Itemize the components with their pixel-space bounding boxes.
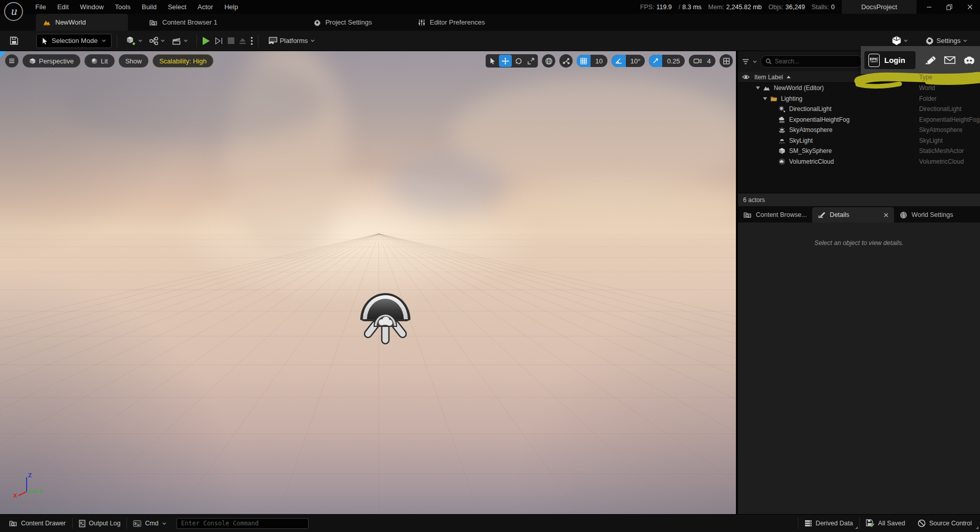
- menu-item-help[interactable]: Help: [219, 0, 244, 14]
- player-start-actor[interactable]: [357, 285, 414, 348]
- minimize-button[interactable]: [919, 0, 939, 14]
- maximize-viewport-button[interactable]: [720, 54, 733, 68]
- editor-preferences-icon: [418, 19, 425, 26]
- menu-item-tools[interactable]: Tools: [110, 0, 136, 14]
- level-icon: [43, 19, 51, 26]
- stop-button[interactable]: [228, 37, 234, 44]
- close-tab-icon[interactable]: [884, 213, 888, 217]
- search-input[interactable]: [775, 58, 852, 65]
- blueprints-dropdown[interactable]: [146, 33, 168, 49]
- source-control-button[interactable]: Source Control: [911, 515, 980, 532]
- derived-data-button[interactable]: Derived Data: [798, 515, 859, 532]
- content-browser-icon: [149, 19, 158, 26]
- menu-item-edit[interactable]: Edit: [52, 0, 74, 14]
- level-viewport[interactable]: Perspective Lit Show Scalability: High 1…: [0, 51, 736, 514]
- viewport-menu-button[interactable]: [5, 54, 18, 68]
- tab-editor-preferences[interactable]: Editor Preferences: [411, 14, 492, 31]
- transform-toolbar: 10 10° 0.25 4: [486, 54, 733, 68]
- menu-item-file[interactable]: File: [30, 0, 52, 14]
- grid-snap-toggle[interactable]: [577, 55, 591, 67]
- epic-login-button[interactable]: EPIC GAMES Login: [864, 51, 916, 69]
- actor-label: SkyAtmosphere: [789, 126, 833, 134]
- cinematics-dropdown[interactable]: [168, 33, 191, 49]
- item-label-header[interactable]: Item Label: [754, 74, 783, 81]
- outliner-row[interactable]: LightingFolder: [738, 94, 980, 104]
- save-button[interactable]: [6, 33, 22, 49]
- tab-content-browser-panel[interactable]: Content Browse...: [738, 207, 812, 223]
- menu-item-actor[interactable]: Actor: [192, 0, 219, 14]
- all-saved-button[interactable]: All Saved: [860, 515, 911, 532]
- expander-icon[interactable]: [756, 86, 760, 90]
- outliner-footer: 6 actors: [738, 193, 980, 206]
- tab-content-browser-1[interactable]: Content Browser 1: [142, 14, 225, 31]
- output-log-button[interactable]: Output Log: [73, 515, 127, 532]
- tab-details[interactable]: Details: [812, 207, 894, 223]
- play-options-kebab[interactable]: [251, 37, 253, 45]
- stat-frame-time: /8.3 ms: [679, 4, 702, 11]
- visibility-eye-icon[interactable]: [742, 74, 750, 80]
- actor-type: VolumetricCloud: [919, 158, 964, 165]
- mail-icon[interactable]: [944, 56, 955, 64]
- filter-chevron-icon[interactable]: [753, 60, 757, 63]
- tab-project-settings[interactable]: Project Settings: [307, 14, 379, 31]
- scale-snap-value[interactable]: 0.25: [662, 57, 684, 65]
- menu-item-select[interactable]: Select: [162, 0, 192, 14]
- actor-label: DirectionalLight: [789, 105, 832, 113]
- perspective-dropdown[interactable]: Perspective: [23, 54, 80, 68]
- play-from-here-button[interactable]: [215, 37, 223, 45]
- close-button[interactable]: [960, 0, 980, 14]
- content-drawer-icon: [9, 520, 17, 527]
- outliner-row[interactable]: SM_SkySphereStaticMeshActor: [738, 146, 980, 157]
- show-dropdown[interactable]: Show: [119, 54, 149, 68]
- tab-newworld[interactable]: NewWorld: [36, 14, 128, 31]
- platforms-icon: [267, 37, 277, 45]
- camera-speed-value[interactable]: 4: [706, 57, 715, 65]
- rotate-tool-button[interactable]: [512, 55, 525, 67]
- axis-gizmo: Z Y X: [11, 471, 43, 501]
- actor-type: World: [919, 84, 935, 92]
- main-toolbar: Selection Mode Platforms Settings: [0, 31, 980, 51]
- content-drawer-button[interactable]: Content Drawer: [3, 515, 72, 532]
- add-actor-dropdown[interactable]: [122, 33, 146, 49]
- scale-snap-toggle[interactable]: [649, 55, 662, 67]
- grid-snap-value[interactable]: 10: [591, 57, 607, 65]
- restore-button[interactable]: [939, 0, 960, 14]
- outliner-search[interactable]: [760, 55, 863, 68]
- scale-tool-button[interactable]: [525, 55, 537, 67]
- discord-icon[interactable]: [964, 56, 975, 64]
- unreal-logo[interactable]: u: [4, 2, 23, 21]
- eject-button[interactable]: [239, 37, 246, 45]
- outliner-row[interactable]: DirectionalLightDirectionalLight: [738, 104, 980, 115]
- sky-light-icon: [778, 137, 786, 144]
- rotation-snap-toggle[interactable]: [612, 55, 626, 67]
- world-space-toggle[interactable]: [542, 54, 555, 68]
- select-tool-button[interactable]: [486, 55, 499, 67]
- camera-speed-icon[interactable]: [689, 58, 706, 64]
- type-header[interactable]: Type: [919, 74, 932, 81]
- surface-snap-toggle[interactable]: [559, 54, 573, 68]
- tab-world-settings[interactable]: World Settings: [894, 207, 959, 223]
- filter-icon[interactable]: [742, 59, 749, 64]
- move-tool-button[interactable]: [499, 55, 512, 67]
- actor-type: DirectionalLight: [919, 105, 962, 113]
- menu-item-build[interactable]: Build: [136, 0, 162, 14]
- expander-icon[interactable]: [763, 97, 767, 100]
- selection-mode-dropdown[interactable]: Selection Mode: [36, 34, 112, 48]
- cmd-dropdown[interactable]: Cmd: [127, 515, 172, 532]
- lit-mode-dropdown[interactable]: Lit: [84, 54, 115, 68]
- sort-ascending-icon: [787, 76, 791, 78]
- platforms-dropdown[interactable]: Platforms: [264, 33, 318, 49]
- outliner-row[interactable]: SkyLightSkyLight: [738, 136, 980, 146]
- console-command-input[interactable]: [177, 518, 309, 529]
- outliner-row[interactable]: SkyAtmosphereSkyAtmosphere: [738, 125, 980, 136]
- documentation-book-icon[interactable]: [925, 56, 936, 64]
- scalability-button[interactable]: Scalability: High: [153, 54, 213, 68]
- cube-icon: [892, 36, 901, 46]
- outliner-row[interactable]: NewWorld (Editor)World: [738, 83, 980, 94]
- outliner-row[interactable]: VolumetricCloudVolumetricCloud: [738, 157, 980, 167]
- menu-item-window[interactable]: Window: [74, 0, 109, 14]
- play-button[interactable]: [202, 36, 210, 46]
- outliner-row[interactable]: ExponentialHeightFogExponentialHeightFog: [738, 115, 980, 125]
- rotation-snap-value[interactable]: 10°: [626, 57, 645, 65]
- grid-snap-control: 10: [577, 55, 607, 67]
